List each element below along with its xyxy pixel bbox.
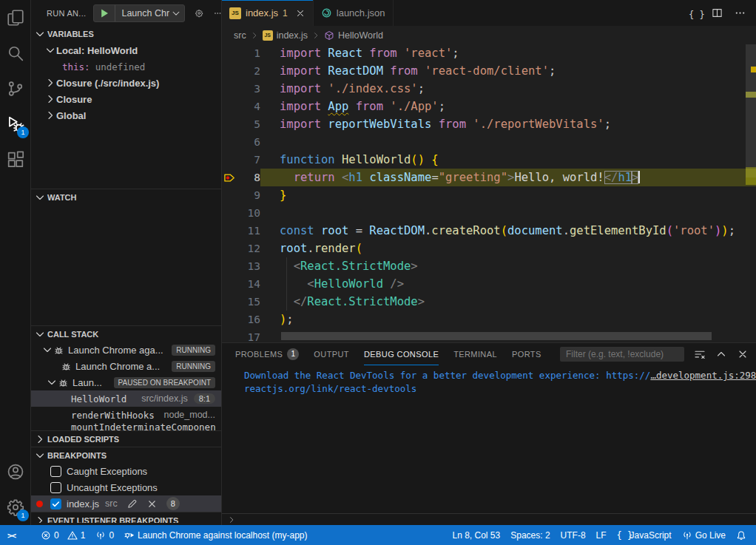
variables-row[interactable]: Closure (./src/index.js) [31,75,221,91]
edit-icon[interactable] [126,498,138,510]
status-notifications[interactable] [731,525,752,545]
tab-launch.json[interactable]: launch.json [314,0,394,26]
code-line-11[interactable]: 11const root = ReactDOM.createRoot(docum… [222,222,756,240]
vertical-scrollbar[interactable] [746,44,756,177]
variables-row[interactable]: Closure [31,91,221,107]
breakpoint-checkbox[interactable] [50,498,61,510]
panel-tab-problems[interactable]: PROBLEMS1 [235,343,299,365]
status-problems[interactable]: 01 [36,525,90,545]
variables-row[interactable]: this:undefined [31,58,221,75]
debug-gear-icon[interactable] [195,7,203,19]
breakpoint-row[interactable]: index.jssrc8 [31,495,221,512]
braces-icon[interactable]: { } [689,7,700,18]
panel-tab-debug-console[interactable]: DEBUG CONSOLE [364,343,439,365]
breakpoint-row[interactable]: Uncaught Exceptions [31,479,221,495]
activity-bar-search[interactable] [0,35,31,71]
gutter-glyph-margin[interactable] [222,311,237,328]
gutter-glyph-margin[interactable] [222,115,237,133]
gutter-glyph-margin[interactable] [222,275,237,293]
gutter-glyph-margin[interactable] [222,151,237,169]
gutter-glyph-margin[interactable] [222,293,237,311]
line-content[interactable]: ); [260,311,756,328]
line-content[interactable]: root.render( [260,240,756,257]
code-line-16[interactable]: 16); [222,311,756,328]
gutter-glyph-margin[interactable] [222,240,237,257]
gutter-glyph-margin[interactable] [222,44,237,62]
breadcrumb-item[interactable]: src [234,30,246,41]
code-line-2[interactable]: 2import ReactDOM from 'react-dom/client'… [222,62,756,80]
line-content[interactable]: import reportWebVitals from './reportWeb… [260,115,756,133]
loaded-scripts-section-header[interactable]: LOADED SCRIPTS [31,430,221,447]
gutter-glyph-margin[interactable] [222,257,237,275]
line-content[interactable]: import './index.css'; [260,80,756,98]
line-content[interactable] [260,133,756,151]
code-line-1[interactable]: 1import React from 'react'; [222,44,756,62]
status-indentation[interactable]: Spaces: 2 [505,525,555,545]
line-content[interactable]: return <h1 className="greeting">Hello, w… [260,169,756,186]
tab-index.js[interactable]: JSindex.js1 [222,0,314,26]
activity-bar-manage[interactable]: 1 [0,490,31,525]
panel-close-icon[interactable] [737,348,749,360]
gutter-glyph-margin[interactable] [222,62,237,80]
line-content[interactable]: </React.StrictMode> [260,293,756,311]
filter-clear-icon[interactable] [694,348,706,360]
gutter-glyph-margin[interactable] [222,204,237,222]
code-line-12[interactable]: 12root.render( [222,240,756,257]
code-line-14[interactable]: 14 <HelloWorld /> [222,275,756,293]
status-debug-session[interactable]: Launch Chrome against localhost (my-app) [119,525,312,545]
debug-session-row[interactable]: Launch Chrome aga...RUNNING [31,342,221,358]
call-stack-frame[interactable]: HelloWorldsrc/index.js8:1 [31,390,221,407]
code-line-6[interactable]: 6 [222,133,756,151]
code-line-9[interactable]: 9} [222,186,756,204]
sidebar-more-icon[interactable] [214,7,221,19]
line-content[interactable]: import App from './App'; [260,98,756,115]
code-line-3[interactable]: 3import './index.css'; [222,80,756,98]
line-content[interactable]: } [260,186,756,204]
breakpoint-checkbox[interactable] [50,466,61,477]
launch-config-selector[interactable]: Launch Chr [115,5,184,21]
more-icon[interactable] [735,7,746,18]
code-line-7[interactable]: 7function HelloWorld() { [222,151,756,169]
gutter-glyph-margin[interactable] [222,222,237,240]
breakpoint-row[interactable]: Caught Exceptions [31,463,221,479]
panel-maximize-icon[interactable] [715,348,727,360]
code-line-15[interactable]: 15 </React.StrictMode> [222,293,756,311]
launch-config-button[interactable]: Launch Chr [93,4,185,22]
status-ports-forwarded[interactable]: 0 [90,525,119,545]
gutter-glyph-margin[interactable] [222,133,237,151]
breakpoints-section-header[interactable]: BREAKPOINTS [31,447,221,463]
call-stack-frame[interactable]: renderWithHooksnode_mod... [31,407,221,423]
overview-ruler[interactable] [746,44,756,342]
gutter-glyph-margin[interactable] [222,80,237,98]
debug-console-filter-input[interactable] [560,347,684,362]
variables-section-header[interactable]: VARIABLES [31,26,221,42]
gutter-glyph-margin[interactable] [222,169,237,186]
line-content[interactable]: import React from 'react'; [260,44,756,62]
code-editor[interactable]: 1import React from 'react';2import React… [222,44,756,342]
status-cursor-position[interactable]: Ln 8, Col 53 [448,525,506,545]
activity-bar-source-control[interactable] [0,71,31,106]
line-content[interactable]: import ReactDOM from 'react-dom/client'; [260,62,756,80]
panel-tab-ports[interactable]: PORTS [512,343,541,365]
tab-close-icon[interactable] [295,8,306,18]
close-icon[interactable] [146,498,158,510]
line-content[interactable]: <HelloWorld /> [260,275,756,293]
event-listener-breakpoints-section-header[interactable]: EVENT LISTENER BREAKPOINTS [31,512,221,523]
breakpoint-checkbox[interactable] [50,482,61,493]
variables-row[interactable]: Global [31,107,221,123]
status-eol[interactable]: LF [591,525,612,545]
breadcrumb-item[interactable]: HelloWorld [324,30,383,41]
line-content[interactable]: const root = ReactDOM.createRoot(documen… [260,222,756,240]
line-content[interactable]: function HelloWorld() { [260,151,756,169]
activity-bar-run-and-debug[interactable]: 1 [0,106,31,142]
console-source-link[interactable]: …development.js:29840 [650,369,756,382]
activity-bar-extensions[interactable] [0,142,31,177]
debug-session-row[interactable]: Launch Chrome a...RUNNING [31,358,221,374]
code-line-10[interactable]: 10 [222,204,756,222]
gutter-glyph-margin[interactable] [222,328,237,342]
gutter-glyph-margin[interactable] [222,98,237,115]
code-line-5[interactable]: 5import reportWebVitals from './reportWe… [222,115,756,133]
line-content[interactable] [260,204,756,222]
code-line-13[interactable]: 13 <React.StrictMode> [222,257,756,275]
code-line-8[interactable]: 8 return <h1 className="greeting">Hello,… [222,169,756,186]
